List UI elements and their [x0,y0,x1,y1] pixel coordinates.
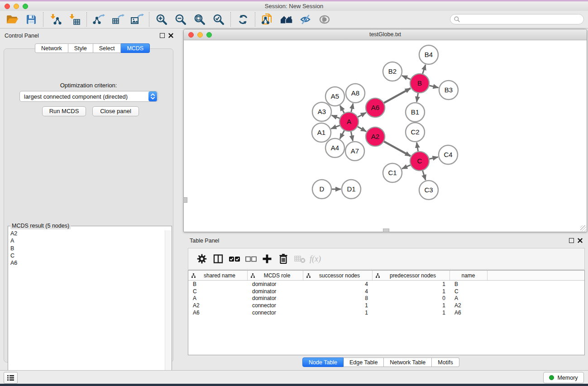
graph-edge-A-A6[interactable] [358,113,366,117]
export-image-button[interactable] [128,12,147,27]
dropdown-stepper-icon[interactable] [148,91,157,101]
graph-node-B4[interactable]: B4 [419,45,438,64]
graph-edge-A-A1[interactable] [331,125,339,129]
graph-edge-B-B1[interactable] [417,93,418,102]
graph-edge-B-B2[interactable] [402,76,411,79]
tab-network[interactable]: Network [35,43,68,53]
toggle-panel-columns-button[interactable] [210,251,226,267]
import-network-button[interactable] [46,12,65,27]
column-header-predecessor-nodes[interactable]: predecessor nodes [373,271,450,280]
graph-node-B2[interactable]: B2 [383,62,402,81]
column-header-empty[interactable] [488,271,584,280]
graph-node-C3[interactable]: C3 [419,181,438,200]
network-view-window[interactable]: testGlobe.txt B4B2BB3A8A5A6A3B1AA1C2A2A4… [183,29,587,232]
table-cell[interactable]: 1 [373,288,450,295]
delete-table-button[interactable] [292,251,308,267]
graph-edge-A-A7[interactable] [351,132,353,141]
tab-mcds[interactable]: MCDS [121,43,150,53]
scrollbar-track[interactable] [165,230,171,377]
open-session-button[interactable] [3,12,22,27]
table-cell[interactable]: A2 [450,302,488,309]
graph-edge-A-A2[interactable] [358,127,366,132]
tab-select[interactable]: Select [93,43,121,53]
table-cell[interactable]: 1 [373,302,450,309]
zoom-fit-button[interactable] [190,12,209,27]
network-window-titlebar[interactable]: testGlobe.txt [184,29,587,40]
table-cell[interactable]: C [188,288,248,295]
graph-node-D1[interactable]: D1 [342,180,361,199]
import-table-button[interactable] [65,12,84,27]
close-panel-button[interactable]: Close panel [92,106,139,116]
zoom-in-button[interactable] [152,12,171,27]
table-cell[interactable]: dominator [248,288,303,295]
graph-node-A[interactable]: A [339,112,359,131]
graph-edge-C-C2[interactable] [417,143,418,152]
table-cell[interactable]: 1 [373,281,450,287]
graph-node-A4[interactable]: A4 [325,138,344,157]
table-cell[interactable]: A6 [450,310,488,316]
search-input[interactable] [462,15,583,24]
export-table-button[interactable] [109,12,128,27]
graph-node-A6[interactable]: A6 [366,98,385,117]
window-edge-handle[interactable] [383,229,389,232]
table-cell[interactable]: 8 [303,295,373,301]
table-row[interactable]: Bdominator41B [188,281,584,288]
table-cell[interactable]: 1 [303,310,373,316]
show-hide-eye-button[interactable] [315,12,334,27]
graph-node-B3[interactable]: B3 [439,81,458,100]
graph-node-B1[interactable]: B1 [406,103,425,122]
graph-edge-B-B4[interactable] [423,65,425,74]
graph-node-A5[interactable]: A5 [325,87,344,106]
delete-column-button[interactable] [275,251,292,267]
column-header-name[interactable]: name [450,271,488,280]
float-panel-icon[interactable] [160,33,165,38]
mcds-result-list[interactable]: A2ABCA6 [8,230,164,377]
window-resize-grip[interactable] [580,225,586,231]
graph-edge-B-B3[interactable] [429,86,438,88]
table-cell[interactable]: B [188,281,248,287]
column-header-shared-name[interactable]: shared name [188,271,248,280]
app-titlebar[interactable]: Session: New Session [0,1,588,11]
table-cell[interactable]: 1 [303,302,373,309]
graph-edge-C-C3[interactable] [423,171,426,180]
graph-node-C2[interactable]: C2 [406,123,425,142]
home-button[interactable] [277,12,296,27]
table-cell[interactable]: dominator [248,295,303,301]
search-box[interactable] [450,14,584,24]
graph-edge-A-A8[interactable] [351,103,353,112]
export-network-button[interactable] [90,12,109,27]
graph-node-D[interactable]: D [312,180,331,199]
mcds-result-item[interactable]: A6 [8,259,164,267]
graph-edge-C-C4[interactable] [429,157,438,159]
table-row[interactable]: Adominator80A [188,295,584,302]
network-graph[interactable]: B4B2BB3A8A5A6A3B1AA1C2A2A4A7C4CC1C3DD1 [184,40,587,232]
close-panel-icon[interactable] [168,33,173,38]
table-row[interactable]: A2connector11A2 [188,302,584,309]
select-all-button[interactable] [226,251,243,267]
add-column-button[interactable] [259,251,275,267]
task-history-button[interactable] [4,372,18,384]
table-row[interactable]: Cdominator41C [188,288,584,295]
table-cell[interactable]: 4 [303,288,373,295]
graph-edge-A6-B[interactable] [384,88,411,103]
graph-edge-A-A5[interactable] [340,105,344,113]
table-cell[interactable]: A6 [188,310,248,316]
memory-button[interactable]: Memory [543,372,584,383]
graph-edge-A-A3[interactable] [332,115,340,119]
table-cell[interactable]: A [450,295,488,301]
save-session-button[interactable] [22,12,41,27]
float-table-panel-icon[interactable] [569,238,574,243]
node-table[interactable]: shared nameMCDS rolesuccessor nodesprede… [188,270,585,355]
table-row[interactable]: A6connector11A6 [188,309,584,316]
zoom-out-button[interactable] [171,12,190,27]
table-cell[interactable]: 1 [373,310,450,316]
refresh-button[interactable] [234,12,253,27]
graph-node-C[interactable]: C [410,152,429,171]
table-cell[interactable]: B [450,281,488,287]
graph-node-A7[interactable]: A7 [345,142,364,161]
table-cell[interactable]: 0 [373,295,450,301]
graph-edge-A2-C[interactable] [384,142,411,156]
column-header-MCDS-role[interactable]: MCDS role [248,271,303,280]
zoom-selected-button[interactable] [209,12,228,27]
tab-motifs[interactable]: Motifs [432,357,459,367]
